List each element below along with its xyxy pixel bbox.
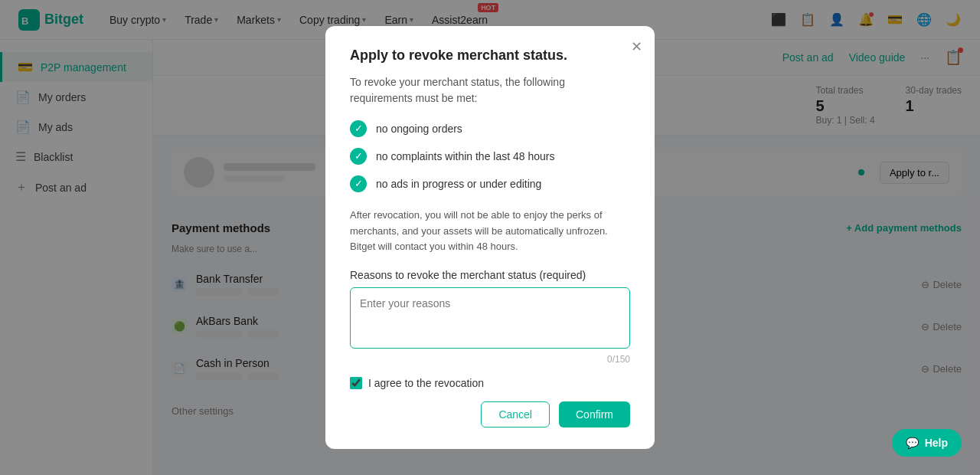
modal-description: To revoke your merchant status, the foll…: [350, 74, 630, 80]
modal-close-button[interactable]: ✕: [631, 38, 642, 55]
modal-title: Apply to revoke merchant status.: [350, 48, 630, 64]
revoke-modal: ✕ Apply to revoke merchant status. To re…: [325, 26, 655, 80]
modal-overlay[interactable]: ✕ Apply to revoke merchant status. To re…: [0, 0, 980, 80]
